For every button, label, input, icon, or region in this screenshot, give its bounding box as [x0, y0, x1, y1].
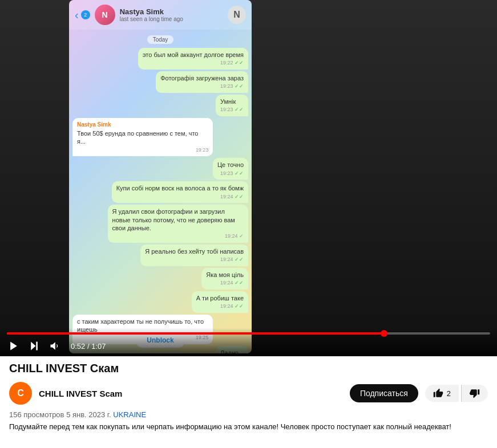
- video-title: CHILL INVEST Скам: [9, 362, 488, 375]
- message-bubble: Це точно 19:23 ✓✓: [213, 158, 248, 180]
- subscribe-button[interactable]: Подписаться: [350, 384, 418, 402]
- svg-marker-3: [51, 342, 55, 349]
- below-video: CHILL INVEST Скам C CHILL INVEST Scam По…: [0, 356, 497, 438]
- message-bubble: Умнік 19:23 ✓✓: [216, 95, 248, 116]
- volume-button[interactable]: [48, 339, 62, 353]
- contact-status: last seen a long time ago: [120, 16, 223, 22]
- message-bubble: Я реально без хейту тобі написав 19:24 ✓…: [140, 245, 248, 266]
- play-icon: [8, 340, 19, 352]
- chat-screenshot: ‹ 2 N Nastya Simk last seen a long time …: [69, 0, 252, 353]
- thumbs-down-icon: [470, 388, 480, 398]
- current-time: 0:52: [71, 342, 85, 351]
- message-bubble: Купи собі норм воск на волоса а то як бо…: [112, 181, 248, 203]
- user-avatar: N: [228, 6, 246, 24]
- back-icon: ‹: [75, 9, 79, 22]
- message-bubble: А ти робиш таке 19:24 ✓✓: [192, 291, 248, 313]
- thumbs-up-icon: [433, 388, 443, 398]
- like-dislike-row: 2: [425, 385, 488, 402]
- channel-row: C CHILL INVEST Scam Подписаться 2: [9, 382, 488, 405]
- controls-row: 0:52 / 1:07: [7, 339, 490, 353]
- meta-row: 156 просмотров 5 янв. 2023 г. UKRAINE: [9, 410, 488, 419]
- message-bubble: Nastya Simk Твои 50$ ерунда по сравнению…: [72, 118, 213, 156]
- next-button[interactable]: [27, 339, 41, 353]
- contact-avatar: N: [95, 5, 115, 25]
- svg-marker-1: [31, 342, 35, 351]
- meta-location[interactable]: UKRAINE: [113, 410, 146, 419]
- view-count: 156 просмотров: [9, 410, 64, 419]
- dislike-button[interactable]: [461, 385, 488, 402]
- message-bubble: Я удалил свои фотографии и загрузил новы…: [108, 205, 248, 243]
- contact-name: Nastya Simk: [120, 7, 223, 16]
- total-time: 1:07: [91, 342, 106, 351]
- date-label: Today: [147, 35, 174, 44]
- channel-name: CHILL INVEST Scam: [39, 389, 343, 398]
- like-button[interactable]: 2: [425, 385, 459, 402]
- video-controls: 0:52 / 1:07: [0, 328, 497, 356]
- time-display: 0:52 / 1:07: [71, 342, 106, 351]
- volume-icon: [49, 340, 60, 352]
- progress-fill: [7, 332, 384, 335]
- message-bubble: это был мой аккаунт долгое время 19:22 ✓…: [138, 48, 248, 70]
- contact-info: Nastya Simk last seen a long time ago: [120, 7, 223, 22]
- channel-avatar: C: [9, 382, 32, 405]
- video-player[interactable]: ‹ 2 N Nastya Simk last seen a long time …: [0, 0, 497, 356]
- next-icon: [29, 340, 40, 352]
- progress-bar[interactable]: [7, 332, 490, 335]
- svg-marker-0: [10, 342, 17, 351]
- svg-rect-2: [36, 342, 38, 351]
- like-count: 2: [447, 389, 451, 398]
- progress-thumb: [381, 330, 387, 337]
- chat-messages: Today это был мой аккаунт долгое время 1…: [69, 30, 252, 353]
- description-text: Подумайте перед тем как покупать или чер…: [9, 421, 488, 433]
- message-bubble: Яка моя ціль 19:24 ✓✓: [201, 268, 248, 290]
- play-button[interactable]: [7, 339, 21, 353]
- meta-date: 5 янв. 2023 г.: [66, 410, 111, 419]
- message-bubble: Фотографія загружена зараз 19:23 ✓✓: [156, 71, 248, 93]
- unread-badge: 2: [81, 10, 90, 19]
- chat-header: ‹ 2 N Nastya Simk last seen a long time …: [69, 0, 252, 30]
